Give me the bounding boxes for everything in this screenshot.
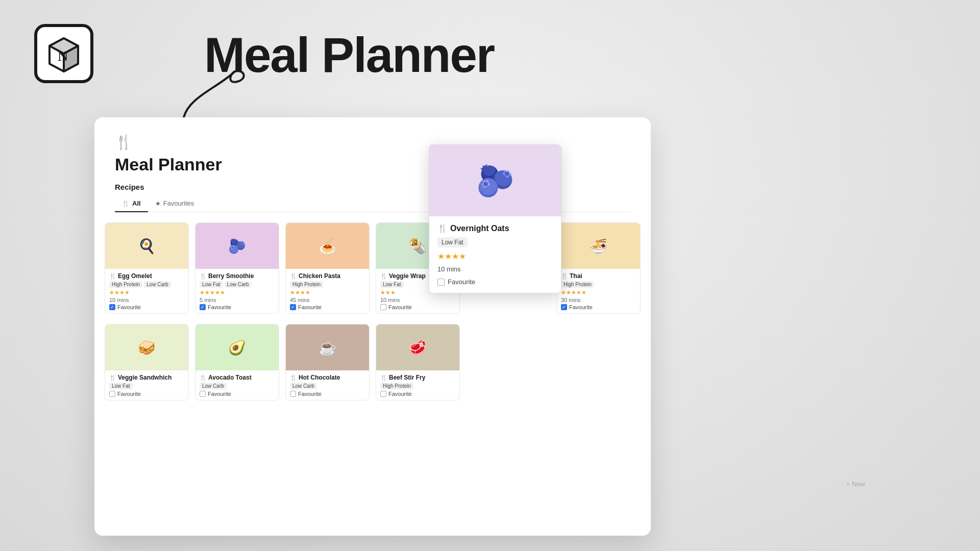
- card-icon: 🍴: [290, 273, 297, 279]
- card-tag: Low Fat: [109, 383, 133, 389]
- card-favourite[interactable]: Favourite: [380, 304, 455, 310]
- popup-body: 🍴 Overnight Oats Low Fat ★★★★ 10 mins Fa…: [429, 216, 561, 293]
- recipe-card[interactable]: 🥑🍴Avocado ToastLow CarbFavourite: [195, 324, 279, 400]
- recipe-card[interactable]: 🍝🍴Chicken PastaHigh Protein★★★★45 mins✓F…: [285, 222, 370, 314]
- card-favourite[interactable]: Favourite: [109, 391, 184, 397]
- card-tag: High Protein: [561, 281, 594, 288]
- card-favourite[interactable]: Favourite: [200, 391, 275, 397]
- card-body: 🍴Egg OmeletHigh ProteinLow Carb★★★★10 mi…: [105, 269, 188, 313]
- card-tags: Low Carb: [290, 383, 365, 389]
- popup-stars: ★★★★: [437, 252, 553, 261]
- card-checkbox[interactable]: ✓: [561, 304, 567, 310]
- card-tag: Low Carb: [225, 281, 252, 288]
- card-favourite[interactable]: ✓Favourite: [200, 304, 275, 310]
- card-name: 🍴Avocado Toast: [200, 374, 275, 381]
- card-stars: ★★★★: [109, 289, 184, 296]
- card-image: 🥑: [195, 324, 279, 370]
- panel-header: 🍴 Meal Planner Recipes 🍴 All ★ Favourite…: [94, 117, 651, 212]
- card-body: 🍴Hot ChocolateLow CarbFavourite: [286, 370, 369, 400]
- card-favourite[interactable]: ✓Favourite: [561, 304, 636, 310]
- popup-title: 🍴 Overnight Oats: [437, 223, 553, 233]
- recipe-card[interactable]: 🍜🍴ThaiHigh Protein★★★★★30 mins✓Favourite: [556, 222, 641, 314]
- card-checkbox[interactable]: [380, 304, 386, 310]
- card-favourite-label: Favourite: [208, 304, 231, 310]
- card-tag: Low Fat: [380, 281, 404, 288]
- card-name: 🍴Beef Stir Fry: [380, 374, 455, 381]
- tab-favourites[interactable]: ★ Favourites: [148, 195, 202, 212]
- card-tags: Low Fat: [109, 383, 184, 389]
- card-time: 30 mins: [561, 297, 636, 303]
- card-icon: 🍴: [109, 273, 116, 279]
- popup-image: 🫐: [429, 145, 561, 216]
- card-image: 🫐: [195, 223, 279, 269]
- tab-all-label: All: [132, 199, 141, 207]
- card-favourite[interactable]: ✓Favourite: [109, 304, 184, 310]
- card-tag: Low Carb: [144, 281, 171, 288]
- card-name: 🍴Berry Smoothie: [200, 272, 275, 280]
- card-name: 🍴Egg Omelet: [109, 272, 184, 280]
- card-checkbox[interactable]: [200, 391, 206, 397]
- card-favourite-label: Favourite: [208, 391, 231, 397]
- card-checkbox[interactable]: [290, 391, 296, 397]
- recipe-card[interactable]: 🫐🍴Berry SmoothieLow FatLow Carb★★★★★5 mi…: [195, 222, 279, 314]
- card-checkbox[interactable]: [109, 391, 115, 397]
- card-checkbox[interactable]: ✓: [200, 304, 206, 310]
- tab-all-icon: 🍴: [122, 200, 130, 207]
- card-body: 🍴Berry SmoothieLow FatLow Carb★★★★★5 min…: [195, 269, 279, 313]
- card-tags: High Protein: [561, 281, 636, 288]
- new-button[interactable]: + New: [841, 477, 870, 491]
- popup-checkbox[interactable]: [437, 279, 445, 286]
- card-grid-row1: 🍳🍴Egg OmeletHigh ProteinLow Carb★★★★10 m…: [94, 212, 651, 324]
- card-favourite[interactable]: Favourite: [290, 391, 365, 397]
- recipe-card[interactable]: 🥪🍴Veggie SandwhichLow FatFavourite: [105, 324, 189, 400]
- card-body: 🍴ThaiHigh Protein★★★★★30 mins✓Favourite: [557, 269, 640, 313]
- card-name: 🍴Chicken Pasta: [290, 272, 365, 280]
- card-favourite[interactable]: Favourite: [380, 391, 455, 397]
- card-image: ☕: [286, 324, 369, 370]
- card-tag: High Protein: [380, 383, 413, 389]
- card-tag: High Protein: [290, 281, 323, 288]
- card-tags: High ProteinLow Carb: [109, 281, 184, 288]
- recipe-card[interactable]: 🍳🍴Egg OmeletHigh ProteinLow Carb★★★★10 m…: [105, 222, 189, 314]
- card-tag: Low Fat: [200, 281, 223, 288]
- svg-text:N: N: [58, 48, 68, 64]
- card-image: 🍳: [105, 223, 188, 269]
- new-button-label: + New: [846, 480, 865, 488]
- card-icon: 🍴: [380, 273, 387, 279]
- card-body: 🍴Avocado ToastLow CarbFavourite: [195, 370, 279, 400]
- popup-tag: Low Fat: [437, 237, 468, 247]
- card-favourite[interactable]: ✓Favourite: [290, 304, 365, 310]
- tab-fav-label: Favourites: [163, 199, 194, 207]
- card-body: 🍴Chicken PastaHigh Protein★★★★45 mins✓Fa…: [286, 269, 369, 313]
- card-favourite-label: Favourite: [569, 304, 593, 310]
- recipe-card[interactable]: 🥩🍴Beef Stir FryHigh ProteinFavourite: [376, 324, 460, 400]
- card-favourite-label: Favourite: [117, 304, 141, 310]
- card-time: 45 mins: [290, 297, 365, 303]
- popup-icon: 🍴: [437, 223, 448, 233]
- card-tags: High Protein: [380, 383, 455, 389]
- card-time: 10 mins: [380, 297, 455, 303]
- card-icon: 🍴: [109, 374, 116, 381]
- card-time: 5 mins: [200, 297, 275, 303]
- popup-card[interactable]: 🫐 🍴 Overnight Oats Low Fat ★★★★ 10 mins …: [429, 144, 561, 293]
- card-tag: High Protein: [109, 281, 142, 288]
- card-favourite-label: Favourite: [388, 391, 412, 397]
- popup-favourite[interactable]: Favourite: [437, 278, 553, 286]
- notion-logo: N: [31, 20, 97, 87]
- card-icon: 🍴: [290, 374, 297, 381]
- card-checkbox[interactable]: ✓: [109, 304, 115, 310]
- tab-all[interactable]: 🍴 All: [115, 195, 148, 212]
- card-image: 🍜: [557, 223, 640, 269]
- card-image: 🍝: [286, 223, 369, 269]
- recipe-card[interactable]: ☕🍴Hot ChocolateLow CarbFavourite: [285, 324, 370, 400]
- tab-fav-icon: ★: [155, 200, 161, 207]
- popup-time: 10 mins: [437, 265, 553, 273]
- card-tags: Low FatLow Carb: [200, 281, 275, 288]
- card-icon: 🍴: [200, 273, 207, 279]
- card-body: 🍴Veggie SandwhichLow FatFavourite: [105, 370, 188, 400]
- card-tag: Low Carb: [200, 383, 227, 389]
- card-stars: ★★★★★: [561, 289, 636, 296]
- card-checkbox[interactable]: [380, 391, 386, 397]
- card-icon: 🍴: [380, 374, 387, 381]
- card-checkbox[interactable]: ✓: [290, 304, 296, 310]
